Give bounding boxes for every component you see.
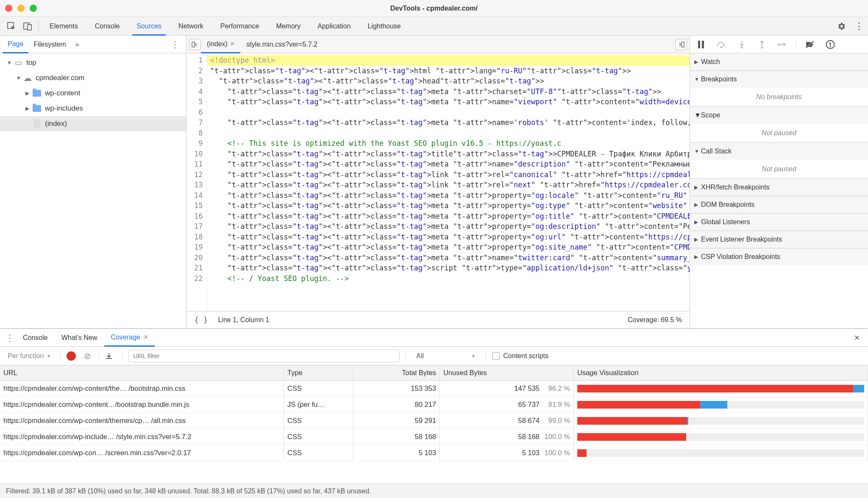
pause-on-exceptions-icon[interactable] bbox=[823, 40, 837, 49]
debug-section-csp: ▶CSP Violation Breakpoints bbox=[690, 248, 868, 265]
editor-history-back-icon[interactable] bbox=[189, 39, 201, 50]
coverage-row[interactable]: https://cpmdealer.com/wp-content/themes/… bbox=[0, 413, 868, 429]
debug-header-xhr[interactable]: ▶XHR/fetch Breakpoints bbox=[690, 179, 868, 196]
tree-frame-top[interactable]: ▼ top bbox=[0, 55, 186, 70]
close-drawer-icon[interactable]: × bbox=[849, 332, 865, 343]
tree-file-index[interactable]: (index) bbox=[0, 116, 186, 131]
debug-section-scope: ▼Scope Not paused bbox=[690, 107, 868, 143]
pause-icon[interactable] bbox=[694, 41, 708, 48]
not-paused-text: Not paused bbox=[690, 160, 868, 178]
debug-header-csp[interactable]: ▶CSP Violation Breakpoints bbox=[690, 248, 868, 265]
top-tab-console[interactable]: Console bbox=[86, 17, 128, 35]
col-viz[interactable]: Usage Visualization bbox=[574, 365, 868, 380]
top-tab-elements[interactable]: Elements bbox=[41, 17, 86, 35]
coverage-stat: Coverage: 69.5 % bbox=[628, 316, 682, 324]
tree-domain[interactable]: ▼ cpmdealer.com bbox=[0, 70, 186, 86]
cloud-icon bbox=[23, 73, 32, 83]
debug-header-scope: ▼Scope bbox=[690, 107, 868, 124]
window-title: DevTools - cpmdealer.com/ bbox=[390, 5, 478, 12]
more-menu-icon[interactable]: ⋮ bbox=[850, 17, 868, 35]
maximize-window-button[interactable] bbox=[30, 5, 37, 12]
top-tab-application[interactable]: Application bbox=[309, 17, 359, 35]
record-button[interactable] bbox=[67, 351, 76, 361]
step-icon[interactable] bbox=[776, 41, 789, 48]
code-content[interactable]: <!doctype html>"t-attr">class="t-tag"><"… bbox=[207, 53, 690, 311]
debug-header-breakpoints[interactable]: ▼Breakpoints bbox=[690, 71, 868, 88]
top-tab-network[interactable]: Network bbox=[170, 17, 212, 35]
debug-header-callstack[interactable]: ▼Call Stack bbox=[690, 143, 868, 160]
svg-rect-13 bbox=[830, 42, 831, 45]
col-url[interactable]: URL bbox=[0, 365, 284, 380]
col-type[interactable]: Type bbox=[284, 365, 353, 380]
close-tab-icon[interactable]: × bbox=[230, 39, 235, 48]
inspect-element-icon[interactable] bbox=[3, 17, 19, 35]
traffic-lights bbox=[5, 5, 37, 12]
coverage-row[interactable]: https://cpmdealer.com/wp-content…/bootst… bbox=[0, 397, 868, 413]
nav-more-icon[interactable]: ⋮ bbox=[167, 39, 184, 50]
debug-header-global[interactable]: ▶Global Listeners bbox=[690, 214, 868, 231]
settings-icon[interactable] bbox=[832, 17, 850, 35]
editor-tab-style[interactable]: style.min.css?ver=5.7.2 bbox=[240, 36, 323, 53]
top-tab-sources[interactable]: Sources bbox=[128, 17, 170, 35]
debug-header-evlistener[interactable]: ▶Event Listener Breakpoints bbox=[690, 231, 868, 248]
editor-tab-label: style.min.css?ver=5.7.2 bbox=[246, 41, 317, 48]
debug-section-dom: ▶DOM Breakpoints bbox=[690, 196, 868, 214]
no-breakpoints-text: No breakpoints bbox=[690, 88, 868, 106]
step-into-icon[interactable] bbox=[735, 40, 748, 49]
svg-rect-4 bbox=[682, 42, 684, 47]
debugger-panel: ▶Watch ▼Breakpoints No breakpoints ▼Scop… bbox=[690, 36, 868, 328]
nav-tab-page[interactable]: Page bbox=[3, 36, 28, 53]
drawer-tab-whatsnew[interactable]: What's New bbox=[55, 329, 104, 346]
code-editor[interactable]: 12345678910111213141516171819202122 <!do… bbox=[186, 53, 690, 311]
step-out-icon[interactable] bbox=[755, 40, 769, 49]
debug-section-xhr: ▶XHR/fetch Breakpoints bbox=[690, 179, 868, 196]
tree-label: cpmdealer.com bbox=[36, 74, 84, 82]
nav-overflow-icon[interactable]: » bbox=[71, 41, 83, 48]
step-over-icon[interactable] bbox=[715, 41, 728, 48]
clear-icon[interactable]: ⊘ bbox=[82, 351, 93, 361]
coverage-granularity-select[interactable]: Per function ▼ bbox=[4, 352, 54, 360]
debug-header-dom[interactable]: ▶DOM Breakpoints bbox=[690, 196, 868, 213]
minimize-window-button[interactable] bbox=[17, 5, 25, 12]
coverage-summary: Filtered: 39.1 kB of 387 kB (10%) used s… bbox=[6, 487, 371, 495]
pretty-print-icon[interactable]: { } bbox=[194, 315, 208, 324]
url-filter-input[interactable] bbox=[128, 350, 400, 362]
export-icon[interactable] bbox=[105, 352, 116, 360]
folder-icon bbox=[32, 104, 42, 113]
device-toolbar-icon[interactable] bbox=[19, 17, 36, 35]
coverage-row[interactable]: https://cpmdealer.com/wp-include… /style… bbox=[0, 429, 868, 445]
top-tab-memory[interactable]: Memory bbox=[267, 17, 309, 35]
drawer-tab-coverage[interactable]: Coverage× bbox=[104, 329, 155, 347]
close-tab-icon[interactable]: × bbox=[144, 333, 148, 342]
nav-tab-filesystem[interactable]: Filesystem bbox=[28, 36, 71, 53]
drawer-more-icon[interactable]: ⋮ bbox=[3, 333, 16, 343]
debug-header-watch[interactable]: ▶Watch bbox=[690, 53, 868, 70]
svg-point-9 bbox=[761, 46, 763, 48]
col-total[interactable]: Total Bytes bbox=[353, 365, 440, 380]
editor-tab-label: (index) bbox=[207, 40, 228, 48]
top-tab-lighthouse[interactable]: Lighthouse bbox=[359, 17, 409, 35]
file-tree: ▼ top ▼ cpmdealer.com ▶ wp-content ▶ wp-… bbox=[0, 53, 186, 328]
not-paused-text: Not paused bbox=[690, 124, 868, 142]
drawer-tab-console[interactable]: Console bbox=[16, 329, 55, 346]
debugger-toolbar bbox=[690, 36, 868, 53]
tree-folder[interactable]: ▶ wp-includes bbox=[0, 101, 186, 116]
editor-statusbar: { } Line 1, Column 1 Coverage: 69.5 % bbox=[186, 311, 690, 328]
coverage-row[interactable]: https://cpmdealer.com/wp-con… /screen.mi… bbox=[0, 445, 868, 461]
navigator-tabs: Page Filesystem » ⋮ bbox=[0, 36, 186, 53]
debug-section-evlistener: ▶Event Listener Breakpoints bbox=[690, 231, 868, 248]
sources-navigator: Page Filesystem » ⋮ ▼ top ▼ cpmdealer.co… bbox=[0, 36, 186, 328]
tree-folder[interactable]: ▶ wp-content bbox=[0, 86, 186, 101]
editor-history-forward-icon[interactable] bbox=[675, 39, 687, 50]
debug-section-watch: ▶Watch bbox=[690, 53, 868, 71]
type-filter-select[interactable]: All▼ bbox=[412, 350, 480, 362]
folder-icon bbox=[32, 89, 42, 98]
col-unused[interactable]: Unused Bytes bbox=[440, 365, 574, 380]
content-scripts-checkbox[interactable]: Content scripts bbox=[492, 352, 548, 360]
top-tab-performance[interactable]: Performance bbox=[212, 17, 268, 35]
coverage-row[interactable]: https://cpmdealer.com/wp-content/the… /b… bbox=[0, 381, 868, 397]
editor-tab-index[interactable]: (index) × bbox=[201, 36, 240, 53]
deactivate-breakpoints-icon[interactable] bbox=[803, 40, 817, 49]
close-window-button[interactable] bbox=[5, 5, 12, 12]
cursor-position: Line 1, Column 1 bbox=[218, 316, 270, 324]
